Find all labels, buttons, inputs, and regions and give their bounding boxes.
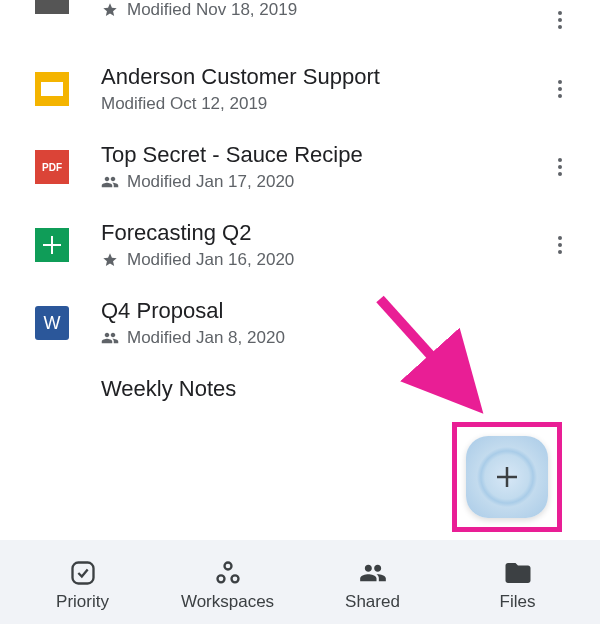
file-row[interactable]: Modified Nov 18, 2019 (0, 0, 600, 50)
file-modified: Modified Oct 12, 2019 (101, 94, 267, 114)
bottom-navigation: Priority Workspaces Shared Files (0, 540, 600, 624)
nav-files[interactable]: Files (445, 557, 590, 612)
nav-label: Workspaces (181, 592, 274, 612)
file-title: Forecasting Q2 (101, 220, 540, 246)
shared-icon (101, 329, 119, 347)
priority-icon (67, 557, 99, 589)
svg-point-4 (558, 87, 562, 91)
nav-priority[interactable]: Priority (10, 557, 155, 612)
svg-point-19 (224, 562, 231, 569)
file-modified: Modified Jan 17, 2020 (127, 172, 294, 192)
file-row[interactable]: W Q4 Proposal Modified Jan 8, 2020 (0, 284, 600, 362)
svg-point-8 (558, 172, 562, 176)
nav-label: Priority (56, 592, 109, 612)
svg-rect-18 (72, 562, 93, 583)
shared-nav-icon (357, 557, 389, 589)
file-row[interactable]: Anderson Customer Support Modified Oct 1… (0, 50, 600, 128)
sheets-file-icon (35, 228, 69, 262)
workspaces-icon (212, 557, 244, 589)
svg-point-21 (231, 575, 238, 582)
nav-label: Shared (345, 592, 400, 612)
file-row[interactable]: PDF Top Secret - Sauce Recipe Modified J… (0, 128, 600, 206)
file-row[interactable]: Forecasting Q2 Modified Jan 16, 2020 (0, 206, 600, 284)
star-icon (101, 251, 119, 269)
file-type-icon (35, 0, 69, 14)
svg-point-1 (558, 18, 562, 22)
svg-point-9 (558, 236, 562, 240)
svg-point-20 (217, 575, 224, 582)
svg-point-3 (558, 80, 562, 84)
file-title: Top Secret - Sauce Recipe (101, 142, 540, 168)
folder-icon (502, 557, 534, 589)
slides-file-icon (35, 72, 69, 106)
file-title: Anderson Customer Support (101, 64, 540, 90)
more-options-button[interactable] (540, 225, 580, 265)
shared-icon (101, 173, 119, 191)
word-file-icon: W (35, 306, 69, 340)
file-title: Weekly Notes (101, 376, 580, 402)
svg-point-2 (558, 25, 562, 29)
file-list: Modified Nov 18, 2019 Anderson Customer … (0, 0, 600, 416)
file-modified: Modified Jan 8, 2020 (127, 328, 285, 348)
file-row[interactable]: Weekly Notes (0, 362, 600, 416)
svg-point-0 (558, 11, 562, 15)
fab-annotation (452, 422, 562, 532)
file-title: Q4 Proposal (101, 298, 540, 324)
file-modified: Modified Jan 16, 2020 (127, 250, 294, 270)
nav-workspaces[interactable]: Workspaces (155, 557, 300, 612)
svg-point-10 (558, 243, 562, 247)
pdf-file-icon: PDF (35, 150, 69, 184)
svg-point-6 (558, 158, 562, 162)
more-options-button[interactable] (540, 147, 580, 187)
more-options-button[interactable] (540, 69, 580, 109)
create-new-fab[interactable] (466, 436, 548, 518)
file-modified: Modified Nov 18, 2019 (127, 0, 297, 20)
svg-point-11 (558, 250, 562, 254)
star-icon (101, 1, 119, 19)
nav-shared[interactable]: Shared (300, 557, 445, 612)
file-type-icon (35, 372, 69, 406)
svg-point-5 (558, 94, 562, 98)
more-options-button[interactable] (540, 0, 580, 40)
nav-label: Files (500, 592, 536, 612)
svg-point-7 (558, 165, 562, 169)
